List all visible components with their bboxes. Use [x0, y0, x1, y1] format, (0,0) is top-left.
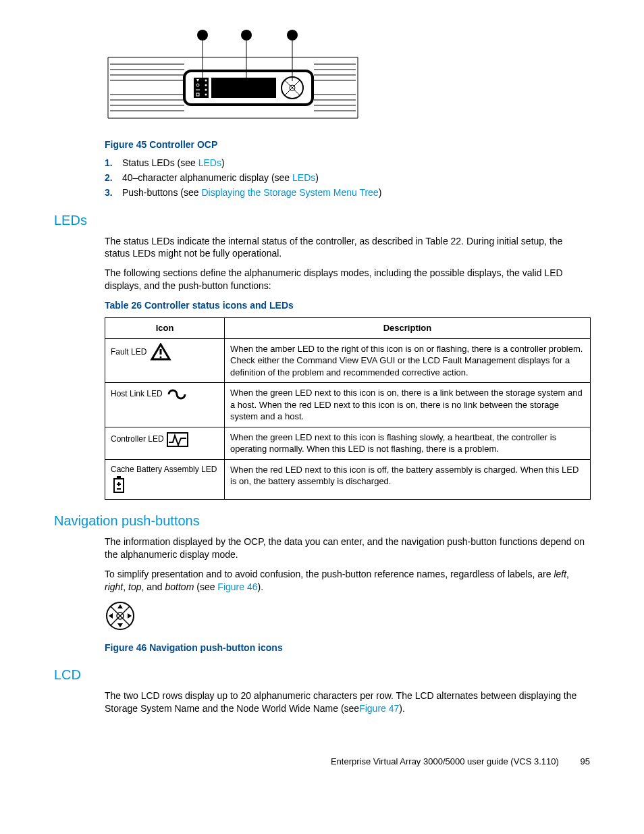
- item-text: 40–character alphanumeric display (see: [122, 172, 292, 183]
- paragraph: To simplify presentation and to avoid co…: [105, 568, 590, 594]
- figure-45-list: 1. Status LEDs (see LEDs) 2. 40–characte…: [105, 157, 590, 199]
- text: ).: [399, 703, 405, 714]
- figure-46-caption: Figure 46 Navigation push-button icons: [105, 642, 590, 654]
- text: (see: [194, 581, 217, 592]
- svg-point-36: [159, 356, 161, 358]
- text: , and: [141, 581, 165, 592]
- desc-cell: When the green LED next to this icon is …: [225, 383, 591, 427]
- item-text-tail: ): [379, 187, 382, 198]
- icon-label: Host Link LED: [111, 389, 163, 398]
- svg-point-0: [197, 30, 208, 41]
- icon-cell-battery: Cache Battery Assembly LED: [105, 459, 225, 499]
- paragraph: The information displayed by the OCP, th…: [105, 536, 590, 561]
- figure-45-caption: Figure 45 Controller OCP: [105, 138, 590, 151]
- table-row: Controller LED When the green LED next t…: [105, 427, 591, 459]
- heading-nav-pushbuttons: Navigation push-buttons: [54, 512, 590, 530]
- paragraph: The status LEDs indicate the internal st…: [105, 235, 590, 261]
- item-text: Push-buttons (see: [122, 187, 202, 198]
- footer-text: Enterprise Virtual Array 3000/5000 user …: [331, 756, 559, 766]
- controller-ocp-diagram: [105, 27, 361, 132]
- heading-leds: LEDs: [54, 211, 590, 230]
- paragraph: The following sections define the alphan…: [105, 267, 590, 292]
- page-number: 95: [581, 756, 590, 766]
- controller-led-icon: [166, 432, 189, 448]
- icon-cell-hostlink: Host Link LED: [105, 383, 225, 427]
- nav-pushbutton-icon: [105, 600, 136, 631]
- figure-46-image: [105, 600, 590, 635]
- text: ,: [123, 581, 128, 592]
- svg-point-26: [205, 89, 207, 91]
- svg-point-2: [287, 30, 298, 41]
- page-footer: Enterprise Virtual Array 3000/5000 user …: [54, 756, 590, 768]
- table-row: Cache Battery Assembly LED When the red …: [105, 459, 591, 499]
- link-menu-tree[interactable]: Displaying the Storage System Menu Tree: [201, 187, 378, 198]
- list-item: 3. Push-buttons (see Displaying the Stor…: [105, 186, 590, 199]
- svg-rect-30: [211, 78, 276, 98]
- item-number: 1.: [105, 157, 119, 170]
- term-bottom: bottom: [165, 581, 194, 592]
- table-row: Host Link LED When the green LED next to…: [105, 383, 591, 427]
- col-description: Description: [225, 318, 591, 339]
- text: ).: [258, 581, 264, 592]
- table-row: Fault LED When the amber LED to the righ…: [105, 338, 591, 383]
- term-right: right: [105, 581, 123, 592]
- term-top: top: [128, 581, 141, 592]
- item-text-tail: ): [221, 157, 225, 168]
- paragraph: The two LCD rows display up to 20 alphan…: [105, 689, 590, 715]
- list-item: 1. Status LEDs (see LEDs): [105, 157, 590, 170]
- svg-point-27: [205, 94, 207, 96]
- fault-led-icon: [149, 343, 172, 362]
- text: ,: [566, 569, 569, 579]
- battery-led-icon: [111, 475, 127, 495]
- desc-cell: When the amber LED to the right of this …: [225, 338, 591, 383]
- item-number: 3.: [105, 186, 119, 199]
- figure-45-image: [105, 27, 590, 132]
- table-26: Icon Description Fault LED When the ambe…: [105, 317, 591, 500]
- link-leds[interactable]: LEDs: [292, 172, 315, 183]
- item-number: 2.: [105, 172, 119, 184]
- link-leds[interactable]: LEDs: [198, 157, 221, 168]
- icon-cell-controller: Controller LED: [105, 427, 225, 459]
- desc-cell: When the red LED next to this icon is of…: [225, 459, 591, 499]
- item-text-tail: ): [315, 172, 319, 183]
- col-icon: Icon: [105, 318, 225, 339]
- desc-cell: When the green LED next to this icon is …: [225, 427, 591, 459]
- host-link-led-icon: [165, 387, 189, 402]
- icon-cell-fault: Fault LED: [105, 338, 225, 383]
- icon-label: Controller LED: [111, 434, 164, 444]
- table-26-caption: Table 26 Controller status icons and LED…: [105, 299, 590, 312]
- svg-point-24: [205, 80, 207, 82]
- item-text: Status LEDs (see: [122, 157, 198, 168]
- term-left: left: [554, 569, 566, 579]
- text: To simplify presentation and to avoid co…: [105, 569, 554, 579]
- text: The two LCD rows display up to 20 alphan…: [105, 690, 576, 714]
- link-figure-47[interactable]: Figure 47: [359, 703, 399, 714]
- icon-label: Fault LED: [111, 347, 146, 357]
- svg-point-25: [205, 84, 207, 86]
- table-header-row: Icon Description: [105, 318, 591, 339]
- svg-point-1: [241, 30, 252, 41]
- list-item: 2. 40–character alphanumeric display (se…: [105, 172, 590, 184]
- link-figure-46[interactable]: Figure 46: [217, 581, 257, 592]
- heading-lcd: LCD: [54, 666, 590, 684]
- icon-label: Cache Battery Assembly LED: [111, 465, 217, 474]
